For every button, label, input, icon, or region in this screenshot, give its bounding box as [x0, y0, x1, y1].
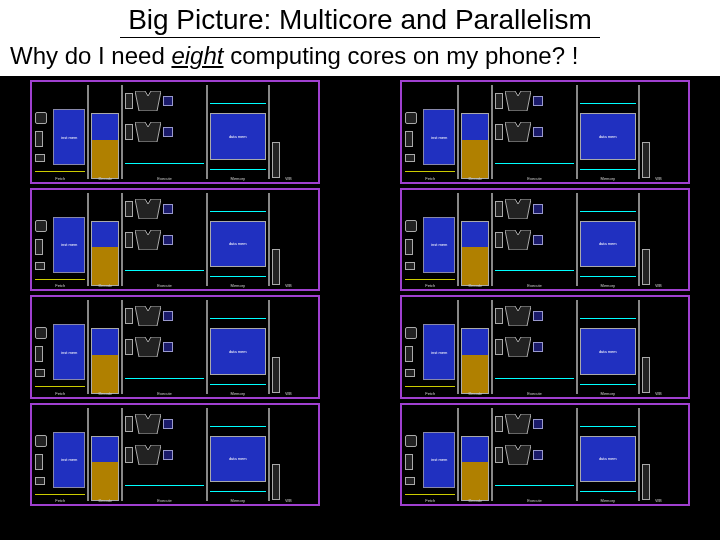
logic-block-icon: [533, 235, 543, 245]
cpu-core-diagram: inst mem Fetch Decode: [30, 295, 320, 399]
stage-execute: Execute: [125, 85, 203, 179]
data-memory: data mem: [580, 221, 636, 268]
alu-icon: [505, 230, 531, 250]
logic-block-icon: [163, 127, 173, 137]
stage-decode: Decode: [91, 408, 119, 502]
stage-decode: Decode: [91, 300, 119, 394]
stage-execute: Execute: [495, 408, 573, 502]
subtitle-post: computing cores on my phone? !: [223, 42, 578, 69]
stage-label-decode: Decode: [91, 392, 119, 396]
pipeline-divider: [268, 300, 270, 394]
stage-label-decode: Decode: [461, 392, 489, 396]
mux-icon: [125, 308, 133, 324]
pc-register-icon: [405, 369, 415, 377]
pipeline-divider: [121, 408, 123, 502]
pc-register-icon: [35, 154, 45, 162]
stage-label-execute: Execute: [495, 284, 573, 288]
stage-label-fetch: Fetch: [35, 392, 85, 396]
svg-marker-15: [505, 445, 531, 465]
stage-writeback: WB: [642, 408, 676, 502]
adder-icon: [405, 112, 417, 124]
alu-icon: [505, 337, 531, 357]
stage-label-memory: Memory: [580, 284, 636, 288]
cpu-core-diagram: inst mem Fetch Decode: [400, 80, 690, 184]
mux-icon: [495, 339, 503, 355]
pipeline-divider: [638, 408, 640, 502]
alu-icon: [505, 414, 531, 434]
stage-label-memory: Memory: [580, 499, 636, 503]
data-memory: data mem: [580, 436, 636, 483]
instruction-memory: inst mem: [423, 324, 455, 380]
mux-icon: [35, 239, 43, 255]
adder-icon: [35, 220, 47, 232]
pc-register-icon: [405, 262, 415, 270]
logic-block-icon: [163, 450, 173, 460]
stage-label-decode: Decode: [91, 284, 119, 288]
subtitle-emphasis: eight: [171, 42, 223, 69]
logic-block-icon: [163, 311, 173, 321]
svg-marker-4: [135, 199, 161, 219]
alu-icon: [505, 199, 531, 219]
stage-memory: data mem Memory: [580, 85, 636, 179]
instruction-memory: inst mem: [423, 217, 455, 273]
subtitle-pre: Why do I need: [10, 42, 171, 69]
pipeline-divider: [206, 408, 208, 502]
alu-icon: [135, 445, 161, 465]
pipeline-divider: [87, 408, 89, 502]
stage-execute: Execute: [125, 193, 203, 287]
stage-execute: Execute: [495, 193, 573, 287]
mux-icon: [272, 249, 280, 285]
stage-execute: Execute: [495, 300, 573, 394]
logic-block-icon: [533, 342, 543, 352]
pc-register-icon: [405, 477, 415, 485]
stage-fetch: inst mem Fetch: [35, 408, 85, 502]
stage-execute: Execute: [125, 408, 203, 502]
stage-label-decode: Decode: [461, 284, 489, 288]
stage-execute: Execute: [495, 85, 573, 179]
stage-label-memory: Memory: [210, 177, 266, 181]
logic-block-icon: [163, 96, 173, 106]
pipeline-divider: [206, 85, 208, 179]
pipeline-divider: [206, 300, 208, 394]
stage-label-execute: Execute: [495, 177, 573, 181]
svg-marker-1: [135, 122, 161, 142]
mux-icon: [642, 464, 650, 500]
stage-decode: Decode: [461, 193, 489, 287]
stage-memory: data mem Memory: [580, 193, 636, 287]
stage-decode: Decode: [461, 408, 489, 502]
stage-writeback: WB: [272, 408, 306, 502]
stage-execute: Execute: [125, 300, 203, 394]
logic-block-icon: [533, 419, 543, 429]
pipeline-divider: [268, 193, 270, 287]
stage-fetch: inst mem Fetch: [405, 193, 455, 287]
mux-icon: [35, 346, 43, 362]
svg-marker-6: [505, 199, 531, 219]
pipeline-divider: [457, 408, 459, 502]
stage-label-fetch: Fetch: [405, 392, 455, 396]
stage-fetch: inst mem Fetch: [35, 193, 85, 287]
stage-label-fetch: Fetch: [35, 284, 85, 288]
page-title: Big Picture: Multicore and Parallelism: [120, 4, 600, 38]
register-file-icon: [461, 221, 489, 286]
data-memory: data mem: [210, 221, 266, 268]
stage-label-execute: Execute: [495, 392, 573, 396]
svg-marker-8: [135, 306, 161, 326]
pipeline-divider: [638, 193, 640, 287]
alu-icon: [505, 445, 531, 465]
mux-icon: [35, 454, 43, 470]
stage-fetch: inst mem Fetch: [405, 408, 455, 502]
mux-icon: [125, 201, 133, 217]
adder-icon: [35, 327, 47, 339]
mux-icon: [35, 131, 43, 147]
mux-icon: [495, 93, 503, 109]
stage-writeback: WB: [272, 85, 306, 179]
mux-icon: [495, 124, 503, 140]
svg-marker-13: [135, 445, 161, 465]
pipeline-divider: [576, 300, 578, 394]
pipeline-divider: [206, 193, 208, 287]
cpu-core-diagram: inst mem Fetch Decode: [400, 188, 690, 292]
adder-icon: [35, 112, 47, 124]
register-file-icon: [91, 328, 119, 393]
alu-icon: [505, 91, 531, 111]
stage-writeback: WB: [642, 300, 676, 394]
